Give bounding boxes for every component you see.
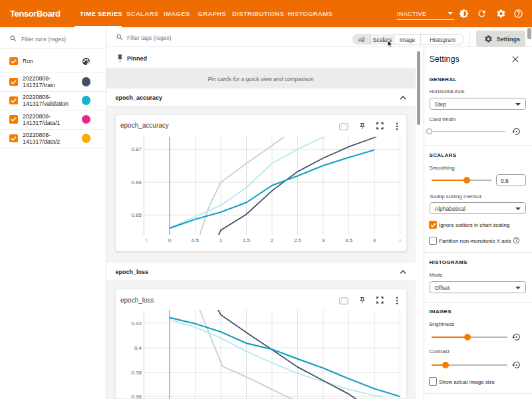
svg-text:0.5: 0.5 <box>192 237 200 243</box>
svg-text:3.5: 3.5 <box>345 237 353 243</box>
svg-text:0: 0 <box>168 237 172 243</box>
svg-text:2.5: 2.5 <box>294 237 302 243</box>
svg-text:1.5: 1.5 <box>243 237 251 243</box>
svg-text:4: 4 <box>373 237 376 243</box>
svg-text:0.87: 0.87 <box>131 146 142 152</box>
svg-text:2: 2 <box>271 237 274 243</box>
svg-text:0.4: 0.4 <box>134 345 142 351</box>
svg-text:1: 1 <box>219 237 223 243</box>
svg-text:0.86: 0.86 <box>131 180 142 186</box>
svg-text:3: 3 <box>322 237 325 243</box>
svg-text:0.36: 0.36 <box>131 394 142 399</box>
svg-text:0.38: 0.38 <box>131 370 142 376</box>
svg-text:0.85: 0.85 <box>131 212 142 218</box>
svg-text:5: 5 <box>145 237 148 243</box>
svg-text:0.42: 0.42 <box>131 321 142 327</box>
svg-text:4: 4 <box>398 237 402 243</box>
